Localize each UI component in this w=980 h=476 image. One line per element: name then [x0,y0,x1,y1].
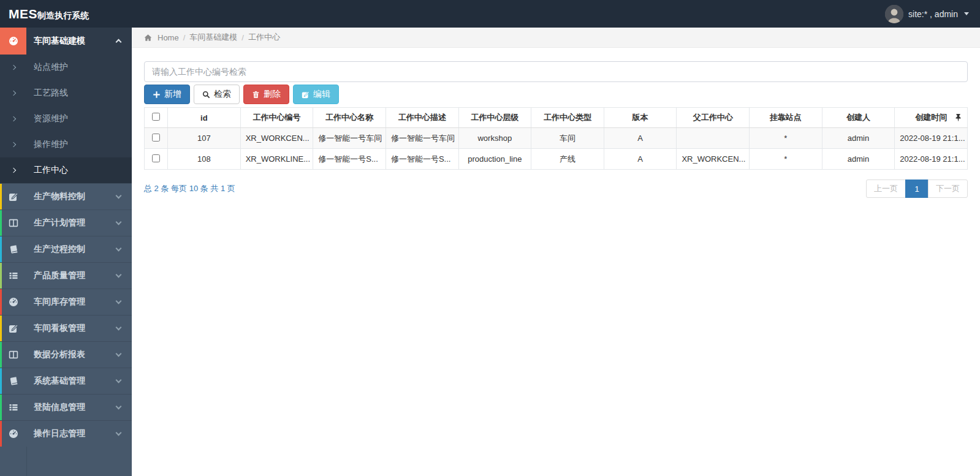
sidebar-item-workshop-inventory-management[interactable]: 车间库存管理 [0,289,132,315]
edit-icon [302,91,310,99]
sidebar-item-login-info-management[interactable]: 登陆信息管理 [0,394,132,420]
chevron-down-icon [116,351,122,357]
chevron-right-icon [10,91,15,96]
pin-icon[interactable] [955,114,962,122]
dashboard-icon [9,297,18,307]
book-icon [9,244,18,254]
work-center-table: id 工作中心编号 工作中心名称 工作中心描述 工作中心层级 工作中心类型 版本… [144,107,968,170]
app-logo-secondary: 制造执行系统 [37,10,89,20]
chevron-right-icon [10,116,15,121]
col-work-center-desc: 工作中心描述 [386,108,458,128]
chevron-down-icon [116,272,122,278]
home-icon [144,34,152,42]
col-id: id [168,108,241,128]
col-creator: 创建人 [822,108,895,128]
sidebar-item-production-process-control[interactable]: 生产过程控制 [0,236,132,262]
search-input[interactable] [144,61,968,82]
breadcrumb: Home / 车间基础建模 / 工作中心 [132,28,980,48]
chevron-down-icon [116,377,122,383]
app-logo-primary: MES [9,7,37,21]
col-parent-work-center: 父工作中心 [677,108,750,128]
user-menu[interactable]: site:* , admin [885,5,980,23]
list-icon [9,402,18,412]
user-label: site:* , admin [908,9,958,19]
sidebar-item-data-analysis-report[interactable]: 数据分析报表 [0,341,132,368]
sidebar-item-system-basic-management[interactable]: 系统基础管理 [0,368,132,394]
avatar [885,5,903,23]
sidebar-item-production-material-control[interactable]: 生产物料控制 [0,183,132,210]
chevron-down-icon [964,12,969,15]
sidebar-item-station-maintenance[interactable]: 站点维护 [0,55,132,80]
chevron-down-icon [116,193,122,199]
col-version: 版本 [604,108,677,128]
prev-page-button[interactable]: 上一页 [866,179,906,198]
plus-icon [153,91,161,99]
sidebar-item-product-quality-management[interactable]: 产品质量管理 [0,262,132,289]
table-header-row: id 工作中心编号 工作中心名称 工作中心描述 工作中心层级 工作中心类型 版本… [145,108,968,128]
col-work-center-level: 工作中心层级 [458,108,531,128]
table-row[interactable]: 108 XR_WORKLINE... 修一智能一号S... 修一智能一号S...… [145,149,968,170]
col-work-center-code: 工作中心编号 [240,108,313,128]
chevron-right-icon [10,65,15,70]
columns-icon [9,218,18,228]
sidebar-item-operation-maintenance[interactable]: 操作维护 [0,132,132,157]
table-row[interactable]: 107 XR_WORKCEN... 修一智能一号车间 修一智能一号车间 work… [145,128,968,149]
edit-button[interactable]: 编辑 [293,85,339,104]
pagination-summary: 总 2 条 每页 10 条 共 1 页 [144,183,235,194]
row-checkbox[interactable] [152,134,160,142]
select-all-checkbox[interactable] [152,113,160,121]
search-button[interactable]: 检索 [194,85,240,104]
col-work-center-type: 工作中心类型 [531,108,604,128]
breadcrumb-current: 工作中心 [248,32,280,43]
edit-icon [9,192,18,202]
chevron-up-icon [116,39,122,45]
col-created-time: 创建时间 [895,108,968,128]
top-bar: MES制造执行系统 site:* , admin [0,0,980,28]
chevron-down-icon [116,430,122,436]
sidebar-item-workshop-board-management[interactable]: 车间看板管理 [0,315,132,341]
chevron-down-icon [116,325,122,331]
sidebar-item-resource-maintenance[interactable]: 资源维护 [0,106,132,132]
toolbar: 新增 检索 删除 编辑 [144,85,968,104]
sidebar: 车间基础建模 站点维护 工艺路线 资源维护 操作维护 工作中心 生产物料控制 [0,28,132,476]
edit-icon [9,323,18,333]
chevron-down-icon [116,404,122,410]
chevron-down-icon [116,298,122,304]
list-icon [9,271,18,281]
search-icon [202,91,210,99]
breadcrumb-section[interactable]: 车间基础建模 [189,32,237,43]
chevron-down-icon [116,246,122,252]
chevron-right-icon [10,142,15,147]
book-icon [9,376,18,386]
pagination: 上一页 1 下一页 [866,179,968,198]
row-checkbox[interactable] [152,154,160,162]
sidebar-item-production-plan-management[interactable]: 生产计划管理 [0,210,132,236]
columns-icon [9,350,18,360]
col-work-center-name: 工作中心名称 [313,108,386,128]
app-logo: MES制造执行系统 [0,7,132,21]
dashboard-icon [9,429,18,439]
sidebar-item-operation-log-management[interactable]: 操作日志管理 [0,420,132,447]
chevron-right-icon [10,168,15,173]
breadcrumb-home[interactable]: Home [158,33,179,42]
chevron-down-icon [116,219,122,225]
next-page-button[interactable]: 下一页 [928,179,968,198]
dashboard-icon [9,36,18,46]
trash-icon [252,91,260,99]
col-attached-station: 挂靠站点 [750,108,822,128]
page-1-button[interactable]: 1 [905,179,929,198]
delete-button[interactable]: 删除 [243,85,289,104]
add-button[interactable]: 新增 [144,85,190,104]
sidebar-item-workshop-basic-modeling[interactable]: 车间基础建模 [0,28,132,55]
sidebar-item-process-route[interactable]: 工艺路线 [0,80,132,106]
sidebar-item-work-center[interactable]: 工作中心 [0,157,132,183]
